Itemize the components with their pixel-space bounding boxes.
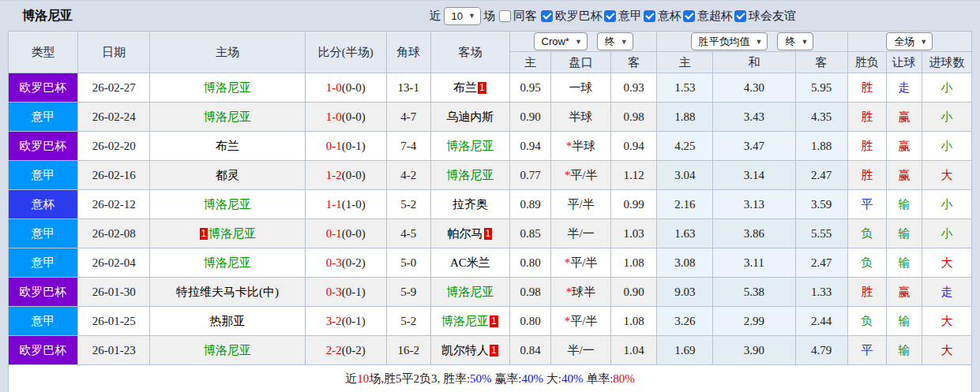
handicap-result: 输 bbox=[886, 248, 922, 278]
col-header-away: 客场 bbox=[430, 32, 509, 73]
summary-segment: 赢率: bbox=[492, 371, 522, 386]
goals-result: 走 bbox=[922, 278, 971, 307]
handicap-line: *平/半 bbox=[551, 161, 611, 190]
win-draw-loss-result: 胜 bbox=[847, 161, 886, 190]
team-name: 博洛尼亚 bbox=[204, 256, 251, 269]
euro-company-select[interactable]: 胜平负均值 ▼ bbox=[691, 32, 768, 50]
score-cell: 1-1(1-0) bbox=[305, 190, 386, 219]
asia-time-select[interactable]: 终 ▼ bbox=[597, 32, 633, 50]
chevron-down-icon: ▼ bbox=[575, 38, 582, 46]
home-team: 热那亚 bbox=[150, 307, 305, 336]
goals-result: 大 bbox=[922, 336, 971, 365]
league-filter-checkbox[interactable]: 意杯 bbox=[642, 9, 681, 24]
home-team: 布兰 bbox=[150, 132, 305, 161]
match-row: 意甲26-02-24博洛尼亚1-0(0-0)4-7乌迪内斯0.90半球0.981… bbox=[9, 103, 972, 132]
league-badge: 欧罗巴杯 bbox=[9, 278, 78, 307]
league-badge: 欧罗巴杯 bbox=[9, 73, 78, 103]
euro-draw-odds: 3.14 bbox=[713, 161, 795, 190]
page-title: 博洛尼亚 bbox=[22, 8, 73, 24]
league-filter-label: 欧罗巴杯 bbox=[555, 9, 603, 24]
team-name: 博洛尼亚 bbox=[446, 140, 494, 152]
league-filter-checkbox[interactable]: 球会友谊 bbox=[733, 9, 796, 24]
result-header: 全场 ▼ bbox=[847, 32, 971, 52]
goals-result: 小 bbox=[922, 219, 971, 248]
match-row: 欧罗巴杯26-02-20布兰0-1(0-1)7-4博洛尼亚0.94*半球0.94… bbox=[9, 132, 972, 161]
euro-home-odds: 2.16 bbox=[657, 190, 713, 219]
recent-count-select[interactable]: 10 ▼ bbox=[444, 7, 481, 25]
euro-time-value: 终 bbox=[785, 35, 795, 49]
euro-home-odds: 1.69 bbox=[657, 336, 713, 365]
subcol-euro-home: 主 bbox=[657, 52, 713, 73]
score-cell: 3-2(0-1) bbox=[305, 307, 386, 336]
half-score: (1-0) bbox=[342, 198, 366, 211]
score-cell: 2-2(0-2) bbox=[305, 336, 386, 365]
home-team: 1博洛尼亚 bbox=[150, 219, 305, 248]
league-filter-checkbox[interactable]: 意超杯 bbox=[681, 9, 733, 24]
goals-result: 小 bbox=[922, 190, 971, 219]
win-draw-loss-result: 负 bbox=[847, 219, 886, 248]
handicap-line: *球半 bbox=[551, 278, 611, 307]
euro-draw-odds: 3.90 bbox=[713, 336, 795, 365]
full-score: 1-2 bbox=[326, 169, 342, 181]
match-date: 26-02-24 bbox=[78, 103, 150, 132]
league-badge: 意甲 bbox=[9, 219, 78, 248]
match-date: 26-01-30 bbox=[78, 278, 150, 307]
asia-away-odds: 0.99 bbox=[611, 190, 657, 219]
red-card-badge: 1 bbox=[490, 345, 498, 357]
subcol-handicap: 盘口 bbox=[551, 52, 611, 73]
corner-score: 4-5 bbox=[386, 219, 430, 248]
league-badge: 意甲 bbox=[9, 307, 78, 336]
half-score: (0-1) bbox=[342, 315, 366, 327]
corner-score: 4-2 bbox=[386, 161, 430, 190]
away-team: 博洛尼亚 bbox=[430, 161, 509, 190]
goals-result: 小 bbox=[922, 73, 971, 103]
league-filter-checkbox[interactable]: 意甲 bbox=[603, 9, 642, 24]
league-badge: 欧罗巴杯 bbox=[9, 132, 78, 161]
home-team: 博洛尼亚 bbox=[150, 103, 305, 132]
handicap-result: 输 bbox=[886, 307, 922, 336]
scope-select[interactable]: 全场 ▼ bbox=[886, 32, 933, 50]
score-cell: 0-1(0-1) bbox=[305, 132, 386, 161]
same-away-checkbox[interactable]: 同客 bbox=[498, 9, 537, 24]
full-score: 1-1 bbox=[326, 198, 342, 211]
handicap-result: 输 bbox=[886, 190, 922, 219]
team-name: 拉齐奥 bbox=[452, 198, 488, 211]
corner-score: 16-2 bbox=[386, 336, 430, 365]
euro-home-odds: 3.26 bbox=[657, 307, 713, 336]
corner-score: 4-7 bbox=[386, 103, 430, 132]
same-away-label: 同客 bbox=[513, 9, 537, 24]
match-row: 意甲26-02-04博洛尼亚0-3(0-2)5-0AC米兰0.80*平/半1.0… bbox=[9, 248, 972, 278]
away-team: AC米兰 bbox=[430, 248, 509, 278]
score-cell: 1-0(0-0) bbox=[305, 103, 386, 132]
checkbox-icon bbox=[683, 10, 695, 22]
handicap-result: 赢 bbox=[886, 161, 922, 190]
league-filter-checkbox[interactable]: 欧罗巴杯 bbox=[539, 9, 603, 24]
star-mark: * bbox=[565, 169, 571, 181]
col-header-home: 主场 bbox=[150, 32, 305, 73]
recent-count-value: 10 bbox=[452, 10, 463, 22]
euro-time-select[interactable]: 终 ▼ bbox=[777, 32, 813, 50]
corner-score: 5-0 bbox=[386, 248, 430, 278]
matches-table: 类型 日期 主场 比分(半场) 角球 客场 Crow* ▼ 终 ▼ bbox=[8, 31, 972, 365]
corner-score: 5-9 bbox=[386, 278, 430, 307]
euro-home-odds: 3.08 bbox=[657, 248, 713, 278]
match-row: 欧罗巴杯26-01-30特拉维夫马卡比(中)0-3(0-1)5-9博洛尼亚0.9… bbox=[9, 278, 972, 307]
match-date: 26-02-12 bbox=[78, 190, 150, 219]
euro-away-odds: 3.59 bbox=[795, 190, 847, 219]
league-filter-group: 欧罗巴杯意甲意杯意超杯球会友谊 bbox=[539, 9, 796, 24]
match-row: 欧罗巴杯26-01-23博洛尼亚2-2(0-2)16-2凯尔特人10.84半/一… bbox=[9, 336, 972, 365]
recent-label: 近 bbox=[430, 9, 441, 24]
half-score: (0-1) bbox=[342, 140, 366, 152]
subcol-result: 胜负 bbox=[847, 52, 886, 73]
match-date: 26-02-08 bbox=[78, 219, 150, 248]
asia-away-odds: 0.98 bbox=[611, 103, 657, 132]
star-mark: * bbox=[565, 256, 571, 269]
half-score: (0-0) bbox=[342, 227, 366, 240]
star-mark: * bbox=[565, 315, 571, 327]
asia-company-select[interactable]: Crow* ▼ bbox=[534, 32, 588, 50]
asia-company-value: Crow* bbox=[542, 35, 569, 47]
asia-away-odds: 1.03 bbox=[611, 219, 657, 248]
goals-result: 大 bbox=[922, 307, 971, 336]
team-name: 布兰 bbox=[453, 81, 477, 94]
asia-away-odds: 0.93 bbox=[611, 73, 657, 103]
